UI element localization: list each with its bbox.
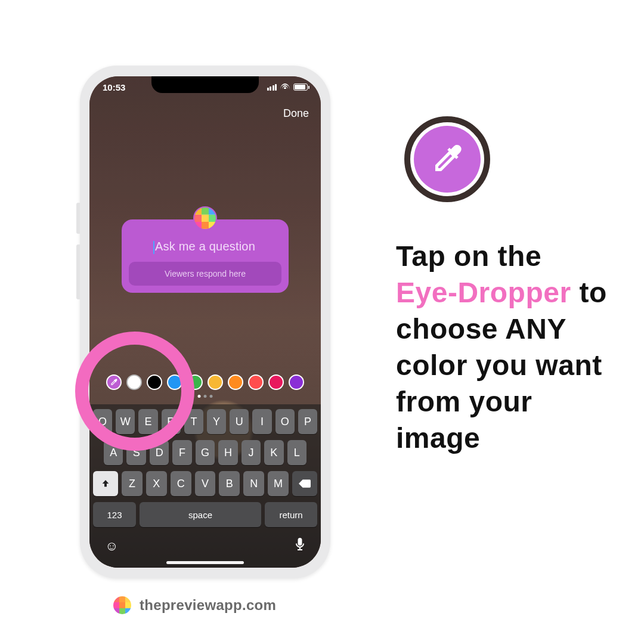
question-prompt-input[interactable]: Ask me a question	[155, 240, 255, 253]
color-swatch-orange[interactable]	[228, 374, 243, 390]
status-indicators	[267, 83, 308, 91]
key-g[interactable]: G	[196, 440, 215, 465]
key-numbers[interactable]: 123	[93, 502, 136, 527]
key-shift[interactable]	[93, 471, 118, 496]
dictation-icon[interactable]	[295, 538, 305, 555]
profile-avatar	[193, 206, 217, 230]
key-f[interactable]: F	[172, 440, 191, 465]
shift-icon	[101, 479, 110, 488]
battery-icon	[293, 83, 308, 91]
key-x[interactable]: X	[146, 471, 167, 496]
question-placeholder-text: Ask me a question	[155, 240, 255, 253]
backspace-icon	[299, 479, 311, 488]
key-n[interactable]: N	[243, 471, 264, 496]
eyedropper-badge-inner	[414, 126, 481, 193]
preview-app-logo	[113, 596, 131, 614]
key-b[interactable]: B	[219, 471, 240, 496]
key-c[interactable]: C	[171, 471, 191, 496]
key-l[interactable]: L	[287, 440, 306, 465]
emoji-picker-icon[interactable]: ☺	[105, 538, 118, 554]
wifi-icon	[280, 83, 290, 91]
key-v[interactable]: V	[195, 471, 216, 496]
key-o[interactable]: O	[275, 409, 295, 434]
question-sticker[interactable]: Ask me a question Viewers respond here	[122, 219, 289, 293]
color-swatch-pink[interactable]	[268, 374, 284, 390]
key-j[interactable]: J	[242, 440, 261, 465]
key-p[interactable]: P	[298, 409, 317, 434]
key-i[interactable]: I	[252, 409, 271, 434]
viewers-respond-field: Viewers respond here	[129, 262, 281, 286]
eyedropper-badge	[404, 116, 490, 202]
color-swatch-red[interactable]	[248, 374, 264, 390]
color-page-dots	[198, 395, 213, 398]
done-button[interactable]: Done	[283, 107, 309, 120]
key-k[interactable]: K	[264, 440, 283, 465]
microphone-icon	[295, 538, 305, 551]
instruction-headline: Tap on the Eye-Dropper to choose ANY col…	[396, 239, 611, 457]
watermark: thepreviewapp.com	[113, 596, 276, 614]
status-bar: 10:53	[89, 76, 321, 98]
key-u[interactable]: U	[230, 409, 249, 434]
keyboard-row-4: 123 space return	[93, 502, 317, 527]
cellular-icon	[267, 84, 277, 91]
status-time: 10:53	[103, 82, 125, 92]
highlight-circle	[75, 332, 194, 451]
watermark-text: thepreviewapp.com	[140, 597, 276, 614]
key-backspace[interactable]	[292, 471, 317, 496]
instruction-pre: Tap on the	[396, 240, 541, 272]
key-y[interactable]: Y	[207, 409, 226, 434]
key-h[interactable]: H	[218, 440, 237, 465]
color-swatch-yellow[interactable]	[208, 374, 223, 390]
key-space[interactable]: space	[140, 502, 261, 527]
eyedropper-icon	[429, 141, 465, 177]
instruction-accent: Eye-Dropper	[396, 277, 571, 308]
phone-screen: 10:53 Done Ask me a question Viewers res…	[89, 76, 321, 568]
key-return[interactable]: return	[265, 502, 317, 527]
keyboard-row-3: Z X C V B N M	[93, 471, 317, 496]
key-m[interactable]: M	[268, 471, 289, 496]
phone-mockup: 10:53 Done Ask me a question Viewers res…	[80, 66, 330, 578]
color-swatch-purple[interactable]	[289, 374, 304, 390]
home-indicator	[166, 561, 244, 564]
key-z[interactable]: Z	[122, 471, 143, 496]
text-caret	[153, 241, 154, 254]
keyboard-bottom-bar: ☺	[93, 533, 317, 556]
